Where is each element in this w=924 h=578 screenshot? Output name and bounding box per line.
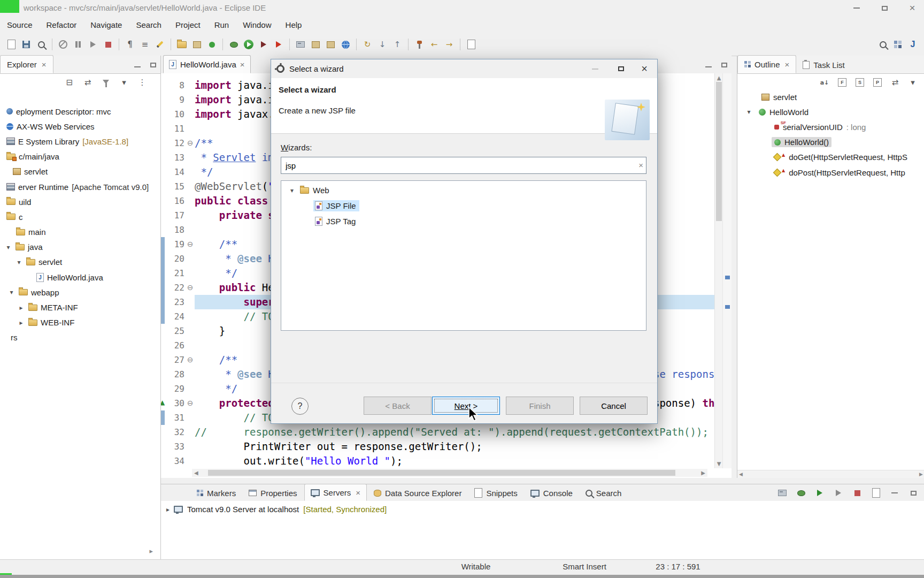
next-annotation-button[interactable]: ↓ bbox=[375, 37, 389, 51]
debug-server-button[interactable] bbox=[795, 486, 807, 499]
cancel-button[interactable]: Cancel bbox=[580, 397, 648, 415]
refresh-button[interactable]: ↻ bbox=[360, 37, 374, 51]
scroll-right-icon[interactable]: ▶ bbox=[919, 470, 923, 478]
run-button[interactable] bbox=[242, 37, 256, 51]
new-class-button[interactable] bbox=[205, 37, 219, 51]
scroll-left-icon[interactable]: ◀ bbox=[739, 470, 743, 478]
open-task-button[interactable] bbox=[464, 37, 478, 51]
tab-project-explorer[interactable]: Explorer × bbox=[0, 55, 53, 73]
explorer-item-helloworld-java[interactable]: HelloWorld.java bbox=[0, 270, 160, 285]
scroll-right-icon[interactable]: ▶ bbox=[701, 469, 705, 477]
explorer-item-c-main-java[interactable]: c/main/java bbox=[0, 149, 160, 164]
hide-static-members-button[interactable]: S bbox=[853, 76, 866, 89]
window-minimize-button[interactable] bbox=[850, 2, 863, 14]
window-close-button[interactable]: × bbox=[906, 2, 919, 14]
debug-button[interactable] bbox=[227, 37, 241, 51]
skip-all-breakpoints-button[interactable] bbox=[56, 37, 70, 51]
outline-item-doget-httpservletrequest-https[interactable]: ▲doGet(HttpServletRequest, HttpS bbox=[737, 150, 924, 165]
chevron-down-icon[interactable]: ▾ bbox=[288, 187, 296, 194]
dialog-minimize-button[interactable] bbox=[584, 59, 606, 78]
hide-fields-button[interactable]: F bbox=[836, 76, 849, 89]
tab-markers[interactable]: Markers bbox=[191, 485, 242, 501]
filters-button[interactable] bbox=[99, 76, 112, 89]
clear-filter-icon[interactable]: × bbox=[638, 161, 643, 170]
link-with-editor-button[interactable]: ⇄ bbox=[81, 76, 94, 89]
wizard-category-web[interactable]: ▾Web bbox=[281, 182, 646, 198]
close-icon[interactable]: × bbox=[356, 488, 360, 497]
view-menu-button[interactable]: ▾ bbox=[118, 76, 130, 89]
tab-task-list[interactable]: Task List bbox=[796, 56, 851, 73]
sort-button[interactable]: a↓ bbox=[818, 76, 831, 89]
wizard-item-jsp-tag[interactable]: JSP Tag bbox=[281, 214, 646, 229]
menu-window[interactable]: Window bbox=[236, 16, 278, 33]
code-line-33[interactable]: 33 PrintWriter out = response.getWriter(… bbox=[161, 439, 715, 454]
scrollbar-thumb[interactable] bbox=[716, 82, 722, 221]
explorer-item-web-inf[interactable]: ▸WEB-INF bbox=[0, 315, 160, 330]
chevron-down-icon[interactable]: ▾ bbox=[4, 244, 12, 251]
explorer-item-meta-inf[interactable]: ▸META-INF bbox=[0, 300, 160, 315]
explorer-item-uild[interactable]: uild bbox=[0, 194, 160, 209]
explorer-item-e-system-library[interactable]: E System Library [JavaSE-1.8] bbox=[0, 134, 160, 149]
dialog-maximize-button[interactable] bbox=[610, 59, 632, 78]
next-button[interactable]: Next > bbox=[432, 397, 500, 415]
tab-servers[interactable]: Servers× bbox=[304, 484, 367, 501]
collapse-all-button[interactable]: ⊟ bbox=[63, 76, 76, 89]
wizard-filter-input[interactable] bbox=[281, 157, 646, 174]
open-web-browser-button[interactable] bbox=[338, 37, 352, 51]
fold-collapse-icon[interactable]: ⊖ bbox=[186, 280, 195, 295]
minimize-view-button[interactable] bbox=[888, 486, 901, 499]
back-button[interactable]: < Back bbox=[364, 397, 432, 415]
chevron-right-icon[interactable]: ▸ bbox=[166, 506, 170, 513]
stop-server-button[interactable] bbox=[851, 486, 864, 499]
scroll-up-icon[interactable]: ▲ bbox=[715, 75, 723, 81]
new-server-button[interactable] bbox=[294, 37, 307, 51]
format-source-button[interactable]: ≡ bbox=[138, 37, 152, 51]
run-external-tools-button[interactable] bbox=[272, 37, 286, 51]
dialog-close-button[interactable]: × bbox=[634, 59, 655, 78]
forward-button[interactable]: → bbox=[442, 37, 456, 51]
fold-collapse-icon[interactable]: ⊖ bbox=[186, 396, 195, 410]
finish-button[interactable]: Finish bbox=[506, 397, 574, 415]
tab-helloworld-java[interactable]: HelloWorld.java × bbox=[163, 55, 251, 73]
chevron-right-icon[interactable]: ▸ bbox=[17, 304, 25, 311]
outline-item-serialversionuid[interactable]: serialVersionUID : long bbox=[737, 119, 924, 134]
publish-button[interactable] bbox=[869, 486, 882, 499]
hide-non-public-button[interactable]: P bbox=[871, 76, 884, 89]
close-icon[interactable]: × bbox=[42, 60, 47, 69]
previous-annotation-button[interactable]: ↑ bbox=[390, 37, 404, 51]
fold-collapse-icon[interactable]: ⊖ bbox=[186, 353, 195, 367]
menu-refactor[interactable]: Refactor bbox=[40, 16, 84, 33]
server-row[interactable]: ▸ Tomcat v9.0 Server at localhost [Start… bbox=[166, 505, 387, 514]
menu-help[interactable]: Help bbox=[279, 16, 309, 33]
tab-outline[interactable]: Outline × bbox=[737, 55, 796, 73]
fold-collapse-icon[interactable]: ⊖ bbox=[186, 237, 195, 252]
save-button[interactable] bbox=[19, 37, 33, 51]
search-button[interactable] bbox=[876, 37, 890, 51]
tab-console[interactable]: Console bbox=[525, 485, 579, 501]
chevron-down-icon[interactable]: ▾ bbox=[7, 288, 16, 296]
explorer-item-webapp[interactable]: ▾webapp bbox=[0, 285, 160, 300]
explorer-item-java[interactable]: ▾java bbox=[0, 240, 160, 255]
chevron-down-icon[interactable]: ▾ bbox=[15, 258, 23, 266]
close-icon[interactable]: × bbox=[240, 60, 245, 69]
maximize-view-button[interactable] bbox=[907, 486, 920, 499]
maximize-editor-button[interactable] bbox=[721, 60, 727, 70]
menu-source[interactable]: Source bbox=[0, 16, 40, 33]
new-wizard-button[interactable] bbox=[4, 37, 18, 51]
overflow-button[interactable]: ⋮ bbox=[136, 76, 149, 89]
menu-run[interactable]: Run bbox=[207, 16, 236, 33]
outline-horizontal-scrollbar[interactable]: ◀ ▶ bbox=[737, 470, 924, 478]
show-whitespace-button[interactable]: ¶ bbox=[123, 37, 137, 51]
export-button[interactable] bbox=[324, 37, 337, 51]
editor-horizontal-scrollbar[interactable]: ◀ ▶ bbox=[192, 469, 707, 477]
mark-occurrences-button[interactable] bbox=[153, 37, 167, 51]
minimize-view-button[interactable] bbox=[134, 60, 141, 70]
code-line-32[interactable]: 32// response.getWriter().append("Served… bbox=[161, 425, 715, 439]
outline-item-servlet[interactable]: servlet bbox=[737, 89, 924, 104]
java-perspective-button[interactable]: J bbox=[906, 37, 920, 51]
chevron-right-icon[interactable]: ▸ bbox=[17, 319, 25, 326]
status-caret-position[interactable]: 23 : 17 : 591 bbox=[641, 562, 715, 571]
back-button[interactable]: ← bbox=[427, 37, 441, 51]
explorer-item-eployment-descriptor-mvc[interactable]: eployment Descriptor: mvc bbox=[0, 104, 160, 119]
explorer-item-c[interactable]: c bbox=[0, 209, 160, 224]
